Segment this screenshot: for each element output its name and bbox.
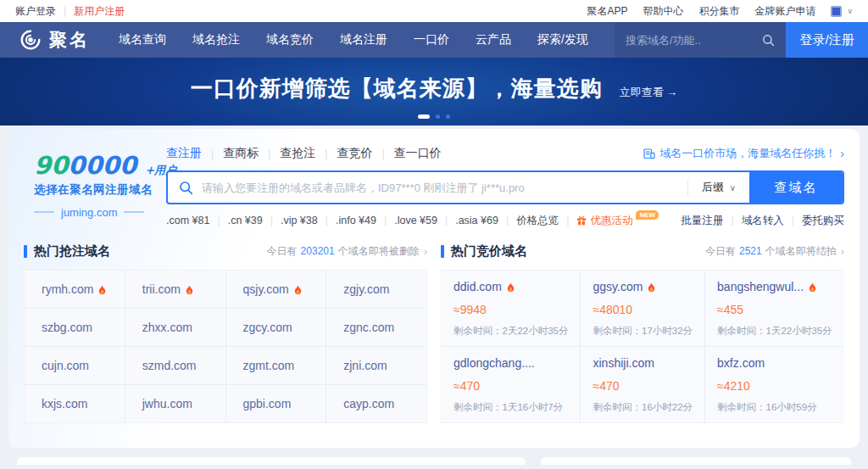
domain-name: rymh.com [42,282,93,296]
topbar-link[interactable]: 聚名APP [587,4,627,19]
query-tab[interactable]: 查竞价 [337,146,372,161]
search-icon[interactable] [762,34,775,47]
rush-domain-cell[interactable]: cayp.com [326,385,426,422]
title-accent-bar [441,245,444,258]
buy-now-market-link[interactable]: 域名一口价市场，海量域名任你挑！ › [643,146,844,161]
auction-panel-meta-link[interactable]: 今日有 2521 个域名即将结拍 › [705,244,844,259]
rush-domain-cell[interactable]: jwhu.com [125,385,225,422]
rush-domain-cell[interactable]: szmd.com [125,347,225,384]
domain-name: szmd.com [142,359,197,372]
rush-panel: 热门抢注域名 今日有 203201 个域名即将被删除 › rymh.comtri… [24,241,427,423]
carousel-dot[interactable] [446,114,450,119]
price-items: .com ¥81|.cn ¥39|.vip ¥38|.info ¥49|.lov… [166,214,659,228]
rush-panel-meta-link[interactable]: 今日有 203201 个域名即将被删除 › [267,244,427,259]
domain-name: gpbi.com [243,397,292,410]
auction-cell[interactable]: bangshengwul...≈455剩余时间：1天22小时35分 [705,271,843,346]
price-overview-link[interactable]: 价格总览 [516,214,559,228]
divider: | [566,215,569,226]
rush-domain-cell[interactable]: qsjy.com [226,271,326,308]
query-tab[interactable]: 查抢注 [280,146,315,161]
nav-item[interactable]: 域名注册 [340,32,387,47]
topbar-link[interactable]: 金牌账户申请 [754,4,815,19]
nav-item[interactable]: 一口价 [414,32,449,47]
nav-item[interactable]: 域名竞价 [266,32,314,47]
rush-domain-cell[interactable]: zjni.com [326,347,426,384]
juming-logo-icon [19,28,42,52]
tld-price-link[interactable]: .love ¥59 [394,215,437,226]
query-tab[interactable]: 查商标 [223,146,259,161]
hero-site: juming.com [34,206,166,219]
domain-name: trii.com [142,282,181,296]
carousel-dot[interactable] [418,114,430,119]
domain-name: zjni.com [343,359,387,372]
suffix-dropdown[interactable]: 后缀 ∨ [688,180,749,195]
language-selector-icon[interactable] [831,6,842,17]
domain-name: szbg.com [42,321,92,334]
auction-cell[interactable]: bxfz.com≈4210剩余时间：16小时59分 [705,347,843,422]
domain-name: zgmt.com [243,359,295,372]
auction-cell[interactable]: xinshiji.com≈470剩余时间：16小时22分 [581,347,704,422]
utility-bar-right: 聚名APP帮助中心积分集市金牌账户申请 ∨ [587,4,853,19]
rush-domain-cell[interactable]: trii.com [125,271,225,308]
search-domain-button[interactable]: 查域名 [749,170,843,204]
auction-cell[interactable]: ggsy.com≈48010剩余时间：17小时32分 [581,271,704,346]
domain-name: zgcy.com [243,321,292,334]
nav-item[interactable]: 探索/发现 [537,32,588,47]
rush-domain-cell[interactable]: zhxx.com [125,309,225,346]
topbar-links-list: 聚名APP帮助中心积分集市金牌账户申请 [587,4,815,19]
tld-price-link[interactable]: .com ¥81 [166,215,209,226]
banner-title: 一口价新增筛选【域名来源】，海量选购 [191,74,603,103]
new-badge: NEW [636,210,659,220]
rush-domain-cell[interactable]: kxjs.com [25,385,125,422]
promo-link[interactable]: 优惠活动NEW [576,214,659,228]
query-tab[interactable]: 查一口价 [394,146,442,161]
auction-cell[interactable]: gdlongchang....≈470剩余时间：1天16小时7分 [442,347,580,422]
tld-price-link[interactable]: .info ¥49 [336,215,376,226]
site-name: juming.com [61,206,117,219]
rush-domain-cell[interactable]: szbg.com [25,309,125,346]
query-tab[interactable]: 查注册 [166,146,202,161]
nav-item[interactable]: 域名查询 [119,32,166,47]
quick-link[interactable]: 委托购买 [802,214,844,228]
banner-cta-link[interactable]: 立即查看 → [620,85,678,100]
main-nav: 聚名 域名查询域名抢注域名竞价域名注册一口价云产品探索/发现 登录/注册 [0,22,868,58]
auction-domain-row: ddid.com [453,280,568,293]
rush-grid: rymh.comtrii.comqsjy.comzgjy.comszbg.com… [24,270,427,423]
rush-domain-cell[interactable]: rymh.com [25,271,125,308]
rush-domain-cell[interactable]: gpbi.com [226,385,326,422]
auction-grid: ddid.com≈9948剩余时间：2天22小时35分ggsy.com≈4801… [441,270,844,423]
quick-link[interactable]: 批量注册 [682,214,724,228]
tld-price-link[interactable]: .asia ¥69 [455,215,498,226]
nav-item[interactable]: 域名抢注 [192,32,240,47]
nav-item[interactable]: 云产品 [476,32,511,47]
chevron-down-icon[interactable]: ∨ [847,7,853,15]
topbar-link[interactable]: 积分集市 [698,4,739,19]
rush-domain-cell[interactable]: zgcy.com [226,309,326,346]
rush-domain-cell[interactable]: zgnc.com [326,309,426,346]
nav-search-input[interactable] [626,34,762,47]
fire-icon [293,284,303,295]
fire-icon [185,284,194,295]
auction-cell[interactable]: ddid.com≈9948剩余时间：2天22小时35分 [442,271,580,346]
hero-tagline: 选择在聚名网注册域名 [34,182,166,198]
tabs-row: 查注册|查商标|查抢注|查竞价|查一口价 域名一口价市场，海量域名任你挑！ › [166,144,844,163]
domain-search-input[interactable] [202,181,687,194]
quick-link[interactable]: 域名转入 [742,214,784,228]
topbar-link[interactable]: 帮助中心 [643,4,683,19]
tld-price-link[interactable]: .cn ¥39 [228,215,263,226]
suffix-label: 后缀 [702,180,724,195]
tld-price-link[interactable]: .vip ¥38 [281,215,318,226]
new-user-register-link[interactable]: 新用户注册 [74,4,125,19]
login-register-button[interactable]: 登录/注册 [786,22,868,58]
promo-banner[interactable]: 一口价新增筛选【域名来源】，海量选购 立即查看 → [0,58,868,126]
register-links: 批量注册|域名转入|委托购买 [682,214,845,228]
rush-domain-cell[interactable]: zgjy.com [326,271,426,308]
account-login-link[interactable]: 账户登录 [15,4,56,19]
carousel-dot[interactable] [436,114,440,119]
meta-count: 203201 [301,245,335,257]
brand-logo[interactable]: 聚名 [0,28,112,52]
rush-domain-cell[interactable]: cujn.com [25,347,125,384]
nav-search[interactable] [615,22,786,58]
banner-content: 一口价新增筛选【域名来源】，海量选购 立即查看 → [191,74,678,103]
rush-domain-cell[interactable]: zgmt.com [226,347,326,384]
